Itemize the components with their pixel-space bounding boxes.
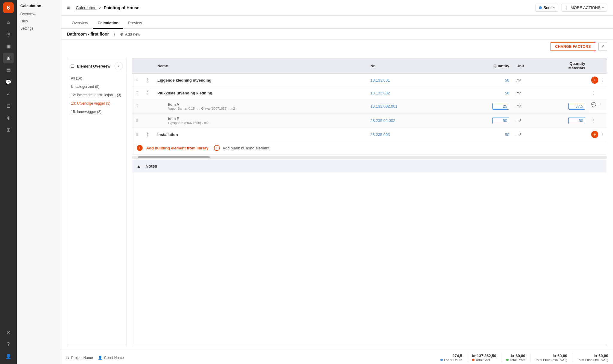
collapse-panel-button[interactable]: ‹	[115, 62, 123, 70]
row-nr-cell[interactable]: 23.235.003	[367, 128, 453, 141]
left-nav-overview[interactable]: Overview	[17, 10, 61, 18]
change-factors-button[interactable]: CHANGE FACTORS	[550, 42, 596, 51]
scroll-thumb[interactable]	[138, 156, 210, 158]
qty-materials-input-item-a[interactable]	[568, 103, 585, 110]
toolbar-row: CHANGE FACTORS ⤢	[61, 40, 613, 53]
row-options-button-5[interactable]: ⋮	[600, 132, 604, 137]
status-dot	[539, 6, 542, 9]
row-nr-cell[interactable]: 13.133.001	[367, 74, 453, 87]
sub-item-subname: Gipspl Std (60071659) - m2	[168, 121, 363, 125]
sidebar-icon-question[interactable]: ?	[3, 339, 14, 350]
add-new-label: Add new	[125, 32, 140, 36]
qty-materials-input-item-b[interactable]	[568, 117, 585, 124]
sub-row-options-button-b[interactable]: ⋮	[591, 118, 595, 123]
section-title: Bathroom - first floor	[67, 32, 109, 36]
add-from-library-icon[interactable]: +	[137, 145, 143, 151]
quantity-input-item-b[interactable]	[492, 117, 509, 124]
sidebar-icon-layers[interactable]: ▤	[3, 65, 14, 75]
sub-row-name-cell: Item A Vapor Barrier 0.15mm Glava (60071…	[154, 99, 367, 114]
chat-icon[interactable]: 💬	[591, 102, 596, 107]
drag-handle-icon[interactable]: ⠿	[136, 119, 138, 123]
drag-handle-cell[interactable]: ⠿	[132, 87, 142, 99]
category-13[interactable]: 13: Utvendige vegger (3)	[67, 99, 127, 108]
sidebar-icon-clock[interactable]: ◷	[3, 29, 14, 39]
drag-handle-icon[interactable]: ⠿	[136, 78, 138, 82]
col-qty-materials: QuantityMaterials	[550, 58, 589, 74]
drag-handle-cell[interactable]: ⠿	[132, 99, 142, 114]
row-qty-materials-cell	[550, 74, 589, 87]
row-options-button-1[interactable]: ⋮	[600, 78, 604, 82]
tab-calculation[interactable]: Calculation	[93, 18, 123, 29]
scroll-indicator-row	[132, 155, 607, 160]
col-name: Name	[154, 58, 367, 74]
sidebar-icon-check[interactable]: ✓	[3, 88, 14, 99]
category-15[interactable]: 15: Innervegger (3)	[67, 108, 127, 116]
table-row: ⠿ ▼ 2 Plukkliste utvending kledning 13.1…	[132, 87, 607, 99]
notes-collapse-icon[interactable]: ▲	[137, 164, 141, 169]
drag-handle-icon[interactable]: ⠿	[136, 133, 138, 137]
sidebar-icon-chat[interactable]: 💬	[3, 77, 14, 87]
fullscreen-button[interactable]: ⤢	[598, 42, 607, 51]
sub-row-options-button-a[interactable]: ⋮	[598, 102, 602, 107]
sidebar-icon-user[interactable]: 👤	[3, 351, 14, 362]
row-options-button-2[interactable]: ⋮	[591, 91, 595, 95]
category-12[interactable]: 12: Bærende konstruksjon... (3)	[67, 91, 127, 99]
left-nav-title: Calculation	[17, 4, 61, 10]
labor-hours-dot	[440, 359, 443, 361]
drag-handle-cell[interactable]: ⠿	[132, 114, 142, 128]
horizontal-scrollbar[interactable]	[132, 156, 607, 159]
add-row-button-5[interactable]: +	[591, 131, 598, 138]
add-row-button-1[interactable]: +	[591, 77, 598, 84]
total-price-incl-label: Total Price (incl. VAT)	[577, 358, 608, 362]
tab-preview[interactable]: Preview	[123, 18, 147, 29]
more-actions-label: MORE ACTIONS	[571, 5, 600, 10]
sub-row-action-cell: ⋮	[589, 114, 607, 128]
section-options-button[interactable]: ⋮	[112, 32, 116, 36]
add-blank-icon[interactable]: +	[214, 145, 220, 151]
sidebar-icon-grid[interactable]: ⊞	[3, 53, 14, 63]
sidebar-icon-dashboard[interactable]: ⊞	[3, 124, 14, 135]
status-label: Sent	[544, 5, 552, 10]
col-actions	[589, 58, 607, 74]
category-uncategorized[interactable]: Uncategorized (5)	[67, 82, 127, 91]
total-profit-stat: kr 60,00 Total Profit	[506, 354, 525, 362]
sidebar-icon-home[interactable]: ⌂	[3, 17, 14, 27]
add-blank-button[interactable]: Add blank building element	[223, 146, 269, 150]
drag-handle-icon[interactable]: ⠿	[136, 104, 138, 108]
sub-row-nr-cell[interactable]: 23.235.02.002	[367, 114, 453, 128]
sidebar-icon-puzzle[interactable]: ⊕	[3, 112, 14, 123]
sidebar-icon-globe[interactable]: ⊙	[3, 327, 14, 338]
table-row-sub: ⠿ Item B Gipspl Std (60071659) - m2 23.2…	[132, 114, 607, 128]
more-actions-button[interactable]: ⋮ MORE ACTIONS ▾	[562, 4, 607, 12]
total-price-excl-label: Total Price (excl. VAT)	[535, 358, 567, 362]
drag-handle-cell[interactable]: ⠿	[132, 74, 142, 87]
breadcrumb-calculation-link[interactable]: Calculation	[76, 5, 96, 10]
total-price-excl-value: kr 60,00	[535, 354, 567, 358]
row-nr-cell[interactable]: 13.133.002	[367, 87, 453, 99]
row-number-2: 2	[147, 93, 149, 96]
drag-handle-icon[interactable]: ⠿	[136, 91, 138, 95]
sub-row-nr-cell[interactable]: 13.133.002.001	[367, 99, 453, 114]
add-from-library-button[interactable]: Add building element from library	[146, 146, 209, 150]
tab-overview[interactable]: Overview	[67, 18, 93, 29]
add-element-row: + Add building element from library + Ad…	[132, 141, 607, 155]
element-overview-panel: ☰ Element Overview ‹ All (14) Uncategori…	[67, 58, 127, 346]
notes-label: Notes	[145, 164, 157, 169]
sub-row-quantity-cell	[453, 99, 513, 114]
left-nav-help[interactable]: Help	[17, 18, 61, 25]
row-up-down-control: ▲ 5	[145, 131, 150, 137]
category-all[interactable]: All (14)	[67, 74, 127, 82]
row-qty-materials-cell	[550, 128, 589, 141]
quantity-input-item-a[interactable]	[492, 103, 509, 110]
menu-icon[interactable]: ≡	[67, 5, 70, 10]
client-name-label: Client Name	[104, 356, 124, 360]
calculation-table: Name Nr Quantity Unit QuantityMaterials …	[132, 58, 607, 172]
col-drag	[132, 58, 142, 74]
add-new-button[interactable]: ⊕ Add new	[120, 32, 140, 36]
sidebar-icon-shield[interactable]: ⊡	[3, 100, 14, 111]
status-badge[interactable]: Sent ▾	[536, 4, 558, 12]
sidebar-icon-box[interactable]: ▣	[3, 41, 14, 51]
labor-hours-value: 274,5	[440, 354, 462, 358]
left-nav-settings[interactable]: Settings	[17, 25, 61, 32]
drag-handle-cell[interactable]: ⠿	[132, 128, 142, 141]
